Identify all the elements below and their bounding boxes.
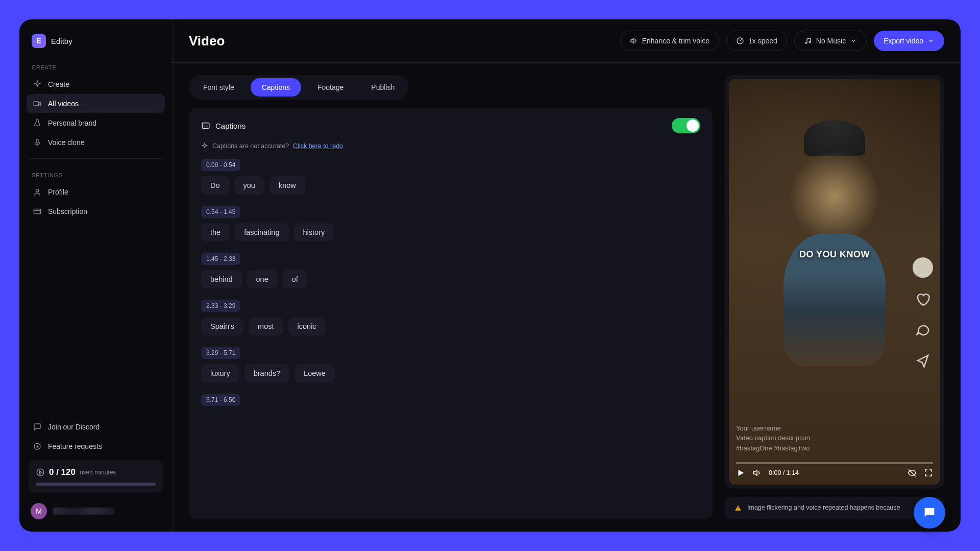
redo-link[interactable]: Click here to redo	[293, 142, 343, 150]
section-label-create: CREATE	[27, 57, 165, 75]
time-chip[interactable]: 0.00 - 0.54	[201, 159, 240, 171]
caption-word[interactable]: of	[283, 270, 307, 289]
creator-avatar[interactable]	[913, 257, 933, 278]
time-chip[interactable]: 1.45 - 2.33	[201, 253, 240, 265]
caption-word[interactable]: Do	[201, 176, 229, 195]
time-chip[interactable]: 3.29 - 5.71	[201, 347, 240, 359]
sidebar-item-subscription[interactable]: Subscription	[27, 202, 165, 221]
chevron-down-icon	[927, 37, 935, 44]
tab-footage[interactable]: Footage	[306, 78, 355, 97]
speaker-icon	[630, 37, 638, 45]
speed-button[interactable]: 1x speed	[726, 31, 787, 51]
video-time: 0:00 / 1:14	[769, 469, 799, 476]
video-frame[interactable]: DO YOU KNOW Your username Video caption …	[729, 79, 940, 485]
chat-fab[interactable]	[914, 497, 945, 529]
captions-toggle[interactable]	[672, 118, 700, 133]
eye-off-icon[interactable]	[908, 468, 917, 477]
caption-word[interactable]: you	[234, 176, 264, 195]
svg-rect-3	[34, 209, 40, 213]
share-icon[interactable]	[914, 351, 932, 370]
user-icon	[33, 187, 42, 197]
tab-captions[interactable]: Captions	[251, 78, 301, 97]
caption-word[interactable]: behind	[201, 270, 242, 289]
caption-word-row: Spain'smosticonic	[201, 317, 700, 336]
usage-value: 0 / 120	[49, 467, 76, 477]
section-label-settings: SETTINGS	[27, 165, 165, 182]
fullscreen-icon[interactable]	[924, 468, 933, 477]
sidebar-item-discord[interactable]: Join our Discord	[27, 417, 165, 437]
sidebar-item-create[interactable]: Create	[27, 75, 165, 94]
button-label: Export video	[884, 37, 923, 45]
sidebar-item-label: Feature requests	[48, 442, 102, 450]
caption-word[interactable]: luxury	[201, 364, 239, 382]
user-menu[interactable]: M	[27, 497, 165, 521]
chat-bubble-icon	[922, 506, 937, 520]
caption-word-row: luxurybrands?Loewe	[201, 364, 700, 382]
sidebar-item-label: Subscription	[48, 207, 87, 215]
sparkle-icon	[33, 80, 42, 89]
main: Video Enhance & trim voice 1x speed No M…	[173, 19, 961, 532]
caption-word[interactable]: iconic	[288, 317, 326, 336]
music-icon	[804, 37, 812, 45]
svg-rect-0	[34, 102, 38, 106]
caption-word[interactable]: history	[294, 223, 334, 242]
page-title: Video	[189, 33, 225, 49]
caption-word[interactable]: brands?	[244, 364, 289, 382]
sidebar-item-all-videos[interactable]: All videos	[27, 94, 165, 113]
video-hashtags: #hastagOne #hastagTwo	[736, 443, 810, 453]
gauge-icon	[736, 37, 744, 45]
play-icon[interactable]	[736, 468, 745, 477]
time-chip[interactable]: 0.54 - 1.45	[201, 206, 240, 218]
sidebar-item-profile[interactable]: Profile	[27, 182, 165, 202]
svg-point-8	[809, 41, 811, 43]
header: Video Enhance & trim voice 1x speed No M…	[173, 19, 961, 63]
tab-font-style[interactable]: Font style	[192, 78, 246, 97]
warning-card: Image flickering and voice repeated happ…	[725, 497, 944, 519]
svg-rect-9	[202, 123, 209, 129]
captions-title: Captions	[215, 122, 246, 130]
music-button[interactable]: No Music	[794, 31, 867, 51]
microphone-icon	[33, 138, 42, 147]
export-button[interactable]: Export video	[874, 31, 944, 51]
plus-circle-icon	[33, 442, 42, 451]
caption-word[interactable]: most	[249, 317, 283, 336]
caption-word-row: behindoneof	[201, 270, 700, 289]
editor-column: Font style Captions Footage Publish Capt…	[189, 75, 713, 519]
card-icon	[33, 207, 42, 216]
button-label: 1x speed	[748, 37, 777, 45]
usage-card: 0 / 120 used minutes	[29, 460, 163, 493]
tab-publish[interactable]: Publish	[360, 78, 406, 97]
heart-icon[interactable]	[914, 290, 932, 308]
caption-word[interactable]: one	[247, 270, 278, 289]
video-side-actions	[913, 257, 933, 370]
time-chip[interactable]: 2.33 - 3.29	[201, 300, 240, 312]
enhance-voice-button[interactable]: Enhance & trim voice	[620, 31, 719, 51]
chat-icon	[33, 422, 42, 432]
sidebar-item-voice-clone[interactable]: Voice clone	[27, 133, 165, 152]
app-shell: E Editby CREATE Create All videos Person…	[19, 19, 961, 532]
sidebar-item-label: Profile	[48, 188, 68, 196]
video-meta: Your username Video caption description …	[736, 423, 810, 453]
caption-word-row: Doyouknow	[201, 176, 700, 195]
warning-icon	[734, 504, 742, 512]
video-description: Video caption description	[736, 433, 810, 443]
chevron-down-icon	[850, 37, 857, 44]
usage-progress	[36, 483, 156, 486]
video-progress[interactable]	[736, 462, 933, 464]
play-circle-icon	[36, 468, 45, 477]
caption-word[interactable]: know	[270, 176, 305, 195]
caption-word[interactable]: Spain's	[201, 317, 243, 336]
volume-icon[interactable]	[752, 468, 762, 477]
caption-word[interactable]: fascinating	[235, 223, 288, 242]
svg-point-7	[805, 42, 807, 44]
caption-word[interactable]: the	[201, 223, 230, 242]
sidebar-item-label: Join our Discord	[48, 423, 100, 431]
sidebar-item-personal-brand[interactable]: Personal brand	[27, 113, 165, 133]
caption-overlay: DO YOU KNOW	[799, 249, 870, 260]
svg-point-2	[36, 189, 38, 192]
time-chip[interactable]: 5.71 - 6.50	[201, 394, 240, 406]
caption-word[interactable]: Loewe	[295, 364, 335, 382]
sidebar-item-feature-requests[interactable]: Feature requests	[27, 437, 165, 456]
divider	[30, 158, 162, 159]
comment-icon[interactable]	[914, 321, 932, 339]
